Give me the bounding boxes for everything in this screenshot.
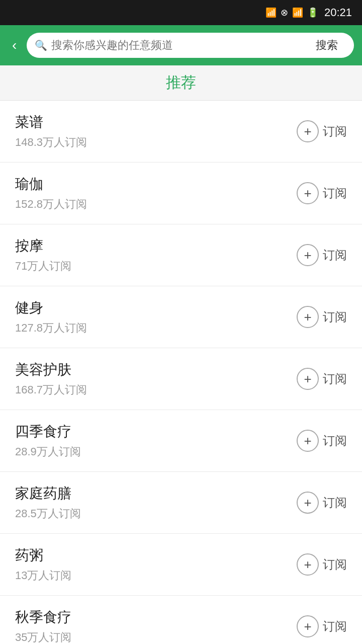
search-input[interactable] <box>51 39 304 52</box>
status-icons: 📶 ⊗ 📶 🔋 20:21 <box>265 6 352 19</box>
channel-item: 健身 127.8万人订阅 + 订阅 <box>0 286 362 348</box>
channel-name: 家庭药膳 <box>15 484 81 503</box>
channel-info: 按摩 71万人订阅 <box>15 236 71 274</box>
badge-icon: ⊗ <box>281 7 288 18</box>
wifi-icon: 📶 <box>265 7 277 18</box>
channel-info: 健身 127.8万人订阅 <box>15 298 87 336</box>
plus-circle-icon: + <box>297 306 319 328</box>
channel-name: 按摩 <box>15 236 71 256</box>
channel-name: 菜谱 <box>15 113 87 132</box>
channel-info: 美容护肤 168.7万人订阅 <box>15 360 87 397</box>
subscribe-label: 订阅 <box>323 556 347 573</box>
subscribe-button[interactable]: + 订阅 <box>297 430 347 452</box>
channel-subscribers: 148.3万人订阅 <box>15 135 87 150</box>
channel-item: 家庭药膳 28.5万人订阅 + 订阅 <box>0 472 362 534</box>
subscribe-label: 订阅 <box>323 433 347 449</box>
signal-icon: 📶 <box>292 7 303 18</box>
channel-subscribers: 168.7万人订阅 <box>15 382 87 397</box>
plus-circle-icon: + <box>297 492 319 514</box>
subscribe-label: 订阅 <box>323 185 347 201</box>
channel-info: 四季食疗 28.9万人订阅 <box>15 422 81 459</box>
search-button[interactable]: 搜索 <box>308 38 346 53</box>
channel-name: 四季食疗 <box>15 422 81 441</box>
subscribe-button[interactable]: + 订阅 <box>297 120 347 142</box>
channel-subscribers: 35万人订阅 <box>15 630 71 644</box>
status-time: 20:21 <box>324 6 352 19</box>
search-icon: 🔍 <box>35 39 47 51</box>
channel-subscribers: 127.8万人订阅 <box>15 320 87 336</box>
section-title: 推荐 <box>166 72 196 93</box>
channel-name: 药粥 <box>15 546 71 565</box>
subscribe-label: 订阅 <box>323 123 347 139</box>
channel-item: 按摩 71万人订阅 + 订阅 <box>0 224 362 286</box>
channel-subscribers: 28.9万人订阅 <box>15 444 81 459</box>
subscribe-label: 订阅 <box>323 247 347 263</box>
channel-item: 药粥 13万人订阅 + 订阅 <box>0 534 362 596</box>
channel-item: 美容护肤 168.7万人订阅 + 订阅 <box>0 348 362 410</box>
back-button[interactable]: ‹ <box>8 35 21 55</box>
channel-info: 家庭药膳 28.5万人订阅 <box>15 484 81 521</box>
subscribe-label: 订阅 <box>323 495 347 511</box>
channel-info: 菜谱 148.3万人订阅 <box>15 113 87 150</box>
channel-subscribers: 28.5万人订阅 <box>15 506 81 521</box>
subscribe-button[interactable]: + 订阅 <box>297 368 347 390</box>
channel-name: 秋季食疗 <box>15 608 71 627</box>
channel-item: 秋季食疗 35万人订阅 + 订阅 <box>0 596 362 644</box>
subscribe-label: 订阅 <box>323 618 347 634</box>
section-title-wrapper: 推荐 <box>0 65 362 101</box>
channel-subscribers: 71万人订阅 <box>15 259 71 274</box>
channel-name: 健身 <box>15 298 87 317</box>
subscribe-label: 订阅 <box>323 309 347 325</box>
channel-info: 秋季食疗 35万人订阅 <box>15 608 71 644</box>
channel-name: 美容护肤 <box>15 360 87 379</box>
plus-circle-icon: + <box>297 120 319 142</box>
subscribe-button[interactable]: + 订阅 <box>297 615 347 637</box>
channel-list: 菜谱 148.3万人订阅 + 订阅 瑜伽 152.8万人订阅 + 订阅 按摩 7… <box>0 101 362 644</box>
plus-circle-icon: + <box>297 430 319 452</box>
channel-item: 四季食疗 28.9万人订阅 + 订阅 <box>0 410 362 472</box>
subscribe-label: 订阅 <box>323 371 347 387</box>
subscribe-button[interactable]: + 订阅 <box>297 553 347 576</box>
plus-circle-icon: + <box>297 553 319 576</box>
channel-subscribers: 152.8万人订阅 <box>15 197 87 212</box>
status-bar: 📶 ⊗ 📶 🔋 20:21 <box>0 0 362 25</box>
subscribe-button[interactable]: + 订阅 <box>297 306 347 328</box>
battery-icon: 🔋 <box>307 7 318 18</box>
channel-info: 瑜伽 152.8万人订阅 <box>15 175 87 212</box>
plus-circle-icon: + <box>297 368 319 390</box>
subscribe-button[interactable]: + 订阅 <box>297 492 347 514</box>
channel-subscribers: 13万人订阅 <box>15 568 71 583</box>
plus-circle-icon: + <box>297 182 319 204</box>
channel-item: 瑜伽 152.8万人订阅 + 订阅 <box>0 163 362 224</box>
header: ‹ 🔍 搜索 <box>0 25 362 65</box>
plus-circle-icon: + <box>297 244 319 266</box>
subscribe-button[interactable]: + 订阅 <box>297 182 347 204</box>
channel-info: 药粥 13万人订阅 <box>15 546 71 583</box>
subscribe-button[interactable]: + 订阅 <box>297 244 347 266</box>
plus-circle-icon: + <box>297 615 319 637</box>
channel-item: 菜谱 148.3万人订阅 + 订阅 <box>0 101 362 163</box>
search-bar: 🔍 搜索 <box>27 33 354 58</box>
channel-name: 瑜伽 <box>15 175 87 194</box>
